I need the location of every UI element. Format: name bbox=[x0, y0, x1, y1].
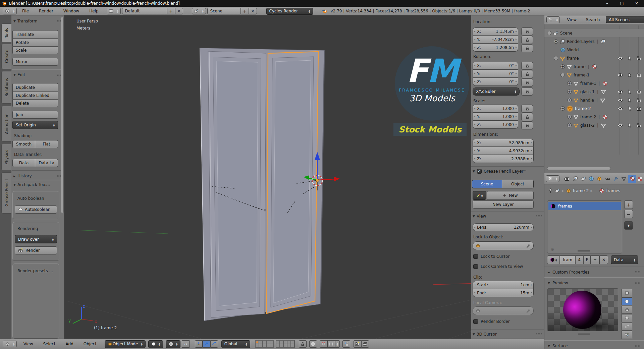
expand-toggle-icon[interactable]: + bbox=[567, 90, 572, 94]
breadcrumb-object[interactable]: frame-2 bbox=[573, 188, 589, 193]
material-slot-row-selected[interactable]: frames bbox=[548, 202, 621, 210]
transform-orientation-select[interactable]: Global▲▼ bbox=[221, 340, 250, 348]
layer-cell[interactable] bbox=[287, 344, 291, 348]
lock-camera-row[interactable]: Lock Camera to View bbox=[473, 264, 523, 269]
layer-cell[interactable] bbox=[276, 344, 280, 348]
material-name-field[interactable]: fram bbox=[560, 255, 575, 264]
menu-select[interactable]: Select bbox=[40, 342, 58, 346]
viewport-3d[interactable]: z y x User Persp Meters (1) frame-2 F M … bbox=[64, 15, 544, 339]
view-panel-header[interactable]: ▼View bbox=[473, 214, 542, 219]
outliner-item-label[interactable]: frame bbox=[574, 64, 586, 69]
expand-toggle-icon[interactable]: + bbox=[567, 123, 572, 127]
data-button[interactable]: Data bbox=[12, 159, 35, 167]
location-x-lock-button[interactable] bbox=[521, 27, 533, 36]
outliner-item-label[interactable]: handle bbox=[580, 98, 594, 103]
close-button[interactable]: ✕ bbox=[629, 0, 644, 7]
render-engine-select[interactable]: Cycles Render▲▼ bbox=[266, 8, 313, 15]
outliner-row-world[interactable]: World bbox=[544, 46, 644, 54]
menu-render[interactable]: Render bbox=[36, 9, 56, 13]
menu-add[interactable]: Add bbox=[63, 342, 76, 346]
proportional-edit-button[interactable] bbox=[309, 340, 317, 348]
outliner-row-handle[interactable]: + handle | bbox=[544, 96, 644, 104]
outliner-row-frame-2-data[interactable]: + frame-2 | bbox=[544, 113, 644, 121]
gp-draw-mode-button[interactable]: ▲▼ bbox=[473, 191, 486, 200]
french-window-model[interactable] bbox=[200, 48, 324, 321]
outliner-row-frame[interactable]: − frame bbox=[544, 54, 644, 62]
viewport-shading-select[interactable]: ▲▼ bbox=[148, 340, 163, 348]
snap-target-button[interactable] bbox=[342, 340, 350, 348]
rotation-y-lock-button[interactable] bbox=[521, 70, 533, 78]
outliner-row-scene[interactable]: − Scene bbox=[544, 29, 644, 37]
maximize-button[interactable]: ▢ bbox=[614, 0, 629, 7]
layer-cell[interactable] bbox=[259, 340, 263, 344]
outliner-row-frame-2-selected[interactable]: − frame-2 bbox=[544, 104, 644, 113]
preview-resize-grip[interactable] bbox=[578, 333, 590, 335]
tab-object[interactable] bbox=[595, 175, 603, 183]
preview-flat-button[interactable] bbox=[622, 289, 632, 297]
breadcrumb-material[interactable]: frames bbox=[606, 188, 620, 193]
panel-grip-icon[interactable] bbox=[536, 333, 542, 336]
layer-cell[interactable] bbox=[255, 344, 259, 348]
preview-sphere-button[interactable] bbox=[622, 297, 632, 305]
menu-help[interactable]: Help bbox=[87, 9, 101, 13]
tab-create[interactable]: Create bbox=[1, 44, 11, 69]
shade-flat-button[interactable]: Flat bbox=[35, 140, 58, 148]
selectable-cursor-icon[interactable] bbox=[627, 72, 632, 78]
expand-toggle-icon[interactable]: + bbox=[560, 64, 565, 69]
render-border-row[interactable]: Render Border bbox=[473, 319, 510, 324]
grease-pencil-panel-header[interactable]: ▼ ✓ Grease Pencil Layer bbox=[473, 169, 543, 174]
tab-constraints[interactable] bbox=[604, 175, 612, 183]
outliner-scrollbar[interactable] bbox=[547, 167, 611, 170]
data-layout-button[interactable]: Data La bbox=[35, 159, 58, 167]
clip-end-field[interactable]: ◂End:15m▸ bbox=[473, 289, 534, 297]
rotation-mode-select[interactable]: XYZ Euler▲▼ bbox=[473, 88, 520, 96]
join-button[interactable]: Join bbox=[12, 111, 58, 119]
visibility-eye-icon[interactable] bbox=[618, 56, 623, 61]
list-add-icon[interactable]: ⊕ bbox=[551, 247, 554, 252]
preview-panel[interactable]: ▼Preview bbox=[544, 279, 644, 287]
duplicate-button[interactable]: Duplicate bbox=[12, 83, 58, 91]
fake-user-button[interactable]: F bbox=[583, 255, 591, 264]
outliner-row-frame-1-data[interactable]: + frame-1 | bbox=[544, 79, 644, 88]
layer-grid-right[interactable] bbox=[276, 340, 295, 348]
pin-icon[interactable] bbox=[548, 188, 553, 193]
gp-new-layer-button[interactable]: New Layer bbox=[473, 200, 534, 209]
manipulator-rotate-button[interactable] bbox=[210, 340, 218, 348]
preview-hair-button[interactable] bbox=[622, 323, 632, 331]
menu-file[interactable]: File bbox=[19, 9, 32, 13]
outliner-view-menu[interactable]: View bbox=[565, 17, 579, 22]
list-resize-grip[interactable] bbox=[578, 250, 590, 252]
menu-window[interactable]: Window bbox=[61, 9, 82, 13]
layer-cell[interactable] bbox=[270, 344, 274, 348]
panel-grip-icon[interactable] bbox=[635, 282, 640, 284]
add-layout-button[interactable]: + bbox=[167, 8, 175, 14]
collapse-toggle-icon[interactable]: − bbox=[554, 56, 558, 60]
rotation-z-field[interactable]: ◂Z:0°▸ bbox=[473, 78, 518, 86]
gp-source-object-tab[interactable]: Object bbox=[502, 180, 534, 188]
tool-shelf-scrollbar[interactable] bbox=[61, 17, 64, 213]
scale-y-lock-button[interactable] bbox=[521, 113, 533, 121]
lock-to-object-field[interactable] bbox=[473, 241, 534, 250]
pivot-point-select[interactable]: ▲▼ bbox=[166, 340, 180, 348]
location-z-lock-button[interactable] bbox=[521, 44, 533, 52]
outliner-item-label[interactable]: frame-2 bbox=[575, 106, 591, 111]
tab-data[interactable] bbox=[620, 175, 628, 183]
outliner-row-frame-data[interactable]: + frame | bbox=[544, 62, 644, 71]
layer-cell[interactable] bbox=[266, 344, 270, 348]
panel-grip-icon[interactable] bbox=[635, 345, 640, 347]
scale-x-field[interactable]: ◂X:1.000▸ bbox=[473, 105, 518, 113]
duplicate-linked-button[interactable]: Duplicate Linked bbox=[12, 91, 58, 99]
layer-cell-active[interactable] bbox=[255, 340, 259, 344]
scale-x-lock-button[interactable] bbox=[521, 105, 533, 113]
screen-layout-field[interactable]: Default bbox=[122, 8, 167, 14]
selectable-cursor-icon[interactable] bbox=[627, 123, 632, 128]
collapse-toggle-icon[interactable]: − bbox=[560, 73, 565, 77]
layer-cell[interactable] bbox=[263, 340, 266, 344]
render-button[interactable]: Render bbox=[15, 246, 57, 254]
panel-archipack[interactable]: ▼Archipack Too bbox=[13, 182, 62, 187]
tab-world[interactable] bbox=[587, 175, 595, 183]
lock-to-cursor-checkbox[interactable] bbox=[473, 254, 478, 259]
outliner-item-label[interactable]: glass-2 bbox=[580, 123, 595, 128]
lock-to-cursor-row[interactable]: Lock to Cursor bbox=[473, 254, 509, 259]
lens-field[interactable]: ◂Lens:120mm▸ bbox=[473, 223, 534, 231]
